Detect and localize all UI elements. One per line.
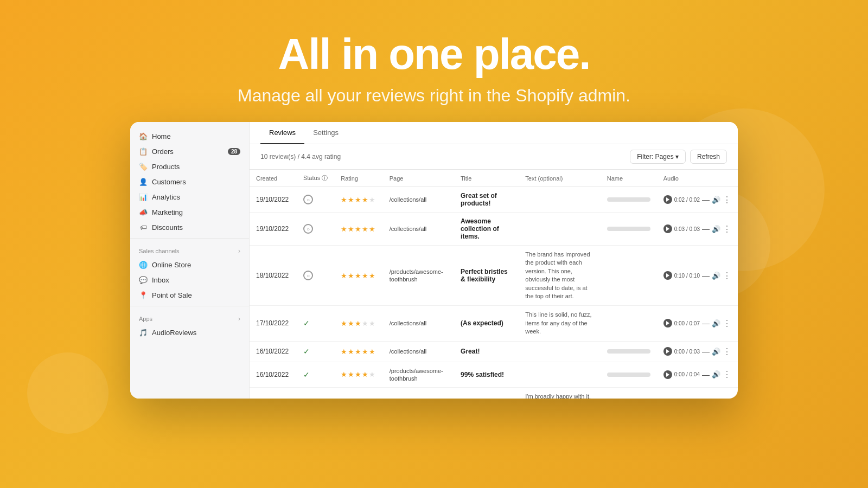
audio-minus-icon[interactable]: — <box>702 371 710 378</box>
sidebar-label-pos: Point of Sale <box>152 291 192 299</box>
audio-minus-icon[interactable]: — <box>702 348 710 355</box>
audio-volume-icon[interactable]: 🔊 <box>712 196 720 204</box>
audio-volume-icon[interactable]: 🔊 <box>712 348 720 356</box>
page-link[interactable]: /products/awesome-toothbrush <box>390 368 443 382</box>
main-content: Reviews Settings 10 review(s) / 4.4 avg … <box>250 122 738 399</box>
audio-more-icon[interactable]: ⋮ <box>723 271 731 281</box>
chevron-right-icon: › <box>238 247 240 255</box>
audio-controls: 0:02 / 0:02 — 🔊 ⋮ <box>663 195 731 205</box>
table-row: 16/10/2022 ✓ ★★★★★ /collections/all Grea… <box>250 341 738 362</box>
hero-section: All in one place. Manage all your review… <box>238 33 630 106</box>
cell-name <box>601 306 657 341</box>
audio-volume-icon[interactable]: 🔊 <box>712 225 720 233</box>
cell-created: 17/10/2022 <box>250 306 297 341</box>
cell-created: 19/10/2022 <box>250 213 297 246</box>
cell-page: /collections/all <box>383 306 454 341</box>
audio-volume-icon[interactable]: 🔊 <box>712 370 720 378</box>
cell-rating: ★★★★★ <box>334 387 382 399</box>
sales-channels-header: Sales channels › <box>130 242 249 257</box>
status-approved-icon: ✓ <box>303 370 310 379</box>
sidebar-item-inbox[interactable]: 💬 Inbox <box>130 272 249 287</box>
sidebar-item-marketing[interactable]: 📣 Marketing <box>130 204 249 220</box>
star-rating: ★★★★★ <box>341 196 376 204</box>
audio-minus-icon[interactable]: — <box>702 272 710 279</box>
sidebar-item-products[interactable]: 🏷️ Products <box>130 159 249 174</box>
cell-page: /products/awesome-toothbrush <box>383 387 454 399</box>
status-pending-icon: ○ <box>303 271 313 280</box>
sidebar-divider-2 <box>130 306 249 306</box>
audio-minus-icon[interactable]: — <box>702 225 710 233</box>
audio-more-icon[interactable]: ⋮ <box>723 369 731 380</box>
cell-status: ○ <box>297 213 334 246</box>
audio-play-button[interactable] <box>663 319 672 328</box>
cell-created: 19/10/2022 <box>250 187 297 213</box>
audio-more-icon[interactable]: ⋮ <box>723 318 731 329</box>
cell-title: 99% satisfied! <box>454 362 519 387</box>
cell-name <box>601 213 657 246</box>
pos-icon: 📍 <box>139 291 148 299</box>
header-created: Created <box>250 170 297 187</box>
sidebar-item-home[interactable]: 🏠 Home <box>130 129 249 144</box>
audio-volume-icon[interactable]: 🔊 <box>712 272 720 280</box>
sidebar-item-online-store[interactable]: 🌐 Online Store <box>130 257 249 272</box>
table-row: 16/10/2022 ✓ ★★★★★ /products/awesome-too… <box>250 362 738 387</box>
audio-minus-icon[interactable]: — <box>702 319 710 327</box>
audio-play-button[interactable] <box>663 224 672 233</box>
audio-time: 0:00 / 0:04 <box>674 371 700 377</box>
sidebar-item-audio-reviews[interactable]: 🎵 AudioReviews <box>130 325 249 340</box>
page-link[interactable]: /products/awesome-toothbrush <box>390 268 443 282</box>
sidebar-label-analytics: Analytics <box>152 193 180 201</box>
sidebar-item-analytics[interactable]: 📊 Analytics <box>130 189 249 204</box>
table-row: 17/10/2022 ✓ ★★★★★ /collections/all (As … <box>250 306 738 341</box>
cell-audio: 0:03 / 0:03 — 🔊 ⋮ <box>657 213 738 246</box>
filter-button[interactable]: Filter: Pages ▾ <box>630 150 686 164</box>
review-title: Awesome collection of items. <box>461 217 499 240</box>
review-text: The brand has improved the product with … <box>525 251 590 299</box>
audio-controls: 0:03 / 0:03 — 🔊 ⋮ <box>663 224 731 234</box>
cell-title: Great set of products! <box>454 187 519 213</box>
audio-controls: 0:10 / 0:10 — 🔊 ⋮ <box>663 271 731 281</box>
audio-play-button[interactable] <box>663 370 672 379</box>
audio-more-icon[interactable]: ⋮ <box>723 195 731 205</box>
review-text: I'm broadly happy with it. The material … <box>525 393 591 399</box>
cell-text: I'm broadly happy with it. The material … <box>519 387 600 399</box>
refresh-button[interactable]: Refresh <box>690 150 727 164</box>
marketing-icon: 📣 <box>139 208 148 216</box>
header-name: Name <box>601 170 657 187</box>
cell-status: ○ <box>297 187 334 213</box>
sidebar-item-customers[interactable]: 👤 Customers <box>130 174 249 189</box>
table-row: 04/10/2022 ✕ ★★★★★ /products/awesome-too… <box>250 387 738 399</box>
audio-volume-icon[interactable]: 🔊 <box>712 319 720 328</box>
sidebar-label-home: Home <box>152 132 171 140</box>
sidebar-item-pos[interactable]: 📍 Point of Sale <box>130 287 249 303</box>
page-link[interactable]: /collections/all <box>390 348 426 355</box>
audio-more-icon[interactable]: ⋮ <box>723 346 731 357</box>
audio-play-button[interactable] <box>663 347 672 356</box>
audio-minus-icon[interactable]: — <box>702 196 710 203</box>
cell-status: ○ <box>297 246 334 306</box>
audio-play-button[interactable] <box>663 195 672 204</box>
page-link[interactable]: /collections/all <box>390 226 426 232</box>
audio-more-icon[interactable]: ⋮ <box>723 224 731 234</box>
toolbar: 10 review(s) / 4.4 avg rating Filter: Pa… <box>250 144 738 170</box>
review-title: 99% satisfied! <box>461 371 504 378</box>
cell-text: This line is solid, no fuzz, items for a… <box>519 306 600 341</box>
app-window: 🏠 Home 📋 Orders 28 🏷️ Products 👤 Custome… <box>130 122 738 399</box>
header-text: Text (optional) <box>519 170 600 187</box>
audio-time: 0:10 / 0:10 <box>674 273 700 279</box>
cell-text <box>519 187 600 213</box>
sidebar-item-orders[interactable]: 📋 Orders 28 <box>130 144 249 159</box>
audio-time: 0:02 / 0:02 <box>674 197 700 203</box>
page-link[interactable]: /collections/all <box>390 196 426 203</box>
audio-play-button[interactable] <box>663 271 672 280</box>
sidebar-item-discounts[interactable]: 🏷 Discounts <box>130 220 249 235</box>
header-audio: Audio <box>657 170 738 187</box>
tab-reviews[interactable]: Reviews <box>260 122 304 144</box>
page-link[interactable]: /collections/all <box>390 320 426 326</box>
app-icon: 🎵 <box>139 328 148 337</box>
cell-text: The brand has improved the product with … <box>519 246 600 306</box>
products-icon: 🏷️ <box>139 162 148 171</box>
cell-page: /collections/all <box>383 341 454 362</box>
store-icon: 🌐 <box>139 260 148 269</box>
tab-settings[interactable]: Settings <box>304 122 347 144</box>
